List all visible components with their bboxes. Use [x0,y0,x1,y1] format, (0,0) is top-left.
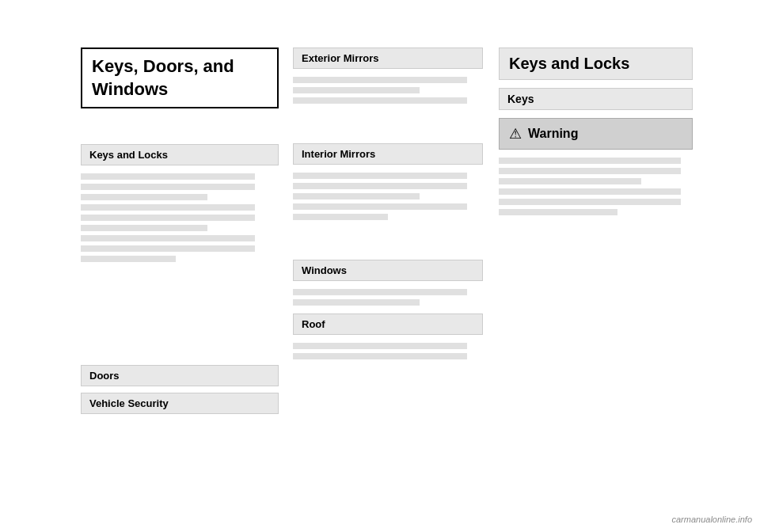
sidebar-item-roof[interactable]: Roof [293,314,483,335]
sidebar-item-windows[interactable]: Windows [293,260,483,281]
warning-body [499,158,752,215]
sidebar-item-exterior-mirrors[interactable]: Exterior Mirrors [293,48,483,69]
watermark: carmanualonline.info [671,515,752,524]
warning-box: ⚠ Warning [499,118,693,150]
exterior-mirrors-body [293,77,483,104]
roof-body [293,343,483,359]
col-left: Keys, Doors, and Windows Keys and Locks … [0,0,285,532]
main-title-block: Keys, Doors, and Windows [81,48,279,108]
right-subsection-keys[interactable]: Keys [499,88,693,110]
sidebar-item-vehicle-security[interactable]: Vehicle Security [81,393,279,414]
page-container: Keys, Doors, and Windows Keys and Locks … [0,0,760,532]
main-title-text: Keys, Doors, and Windows [92,55,268,101]
col-middle: Exterior Mirrors Interior Mirrors Window… [285,0,491,532]
interior-mirrors-body [293,173,483,220]
right-title[interactable]: Keys and Locks [499,48,693,80]
keys-locks-body [81,173,269,262]
windows-body [293,289,483,306]
sidebar-item-interior-mirrors[interactable]: Interior Mirrors [293,143,483,165]
col-right: Keys and Locks Keys ⚠ Warning [491,0,760,532]
warning-triangle-icon: ⚠ [509,125,522,142]
sidebar-item-keys-locks[interactable]: Keys and Locks [81,144,279,165]
sidebar-item-doors[interactable]: Doors [81,365,279,386]
warning-label: Warning [528,127,578,141]
